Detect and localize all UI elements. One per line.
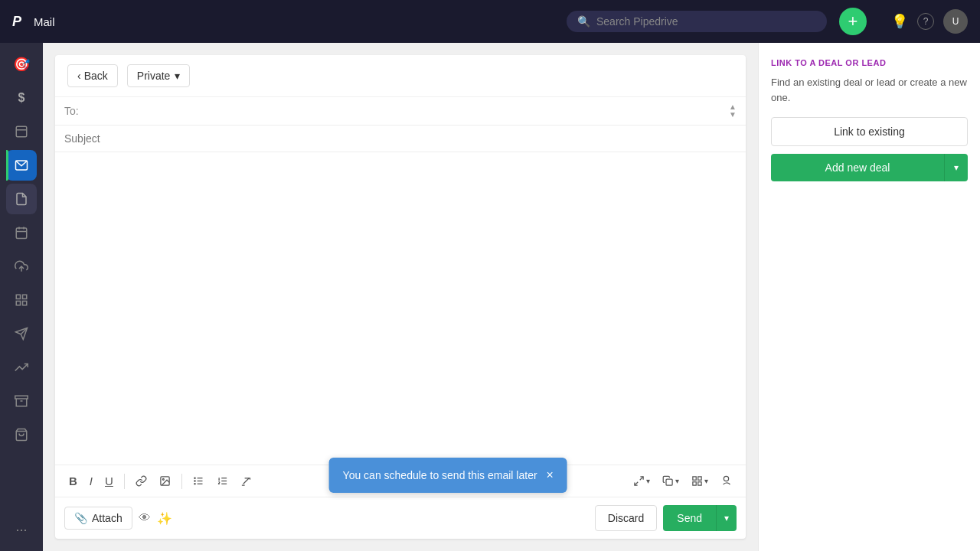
sidebar-item-calendar[interactable]: [6, 217, 37, 248]
to-arrows[interactable]: ▲ ▼: [729, 103, 737, 119]
svg-rect-3: [16, 228, 27, 239]
bold-button[interactable]: B: [64, 471, 82, 491]
image-button[interactable]: [155, 472, 175, 490]
to-input[interactable]: [87, 105, 729, 117]
sidebar: 🎯 $ ···: [0, 43, 43, 551]
lightbulb-icon[interactable]: 💡: [891, 13, 908, 30]
svg-rect-10: [23, 302, 27, 305]
clear-format-button[interactable]: [236, 472, 256, 490]
action-icons: 👁 ✨: [139, 511, 172, 526]
svg-rect-35: [693, 482, 696, 485]
link-existing-button[interactable]: Link to existing: [771, 117, 968, 146]
svg-line-31: [635, 482, 638, 485]
sidebar-item-insights[interactable]: [6, 352, 37, 383]
to-label: To:: [64, 105, 87, 117]
ordered-list-button[interactable]: [212, 472, 233, 490]
app-logo: P: [12, 14, 21, 30]
italic-button[interactable]: I: [85, 471, 97, 491]
send-dropdown-button[interactable]: ▾: [716, 505, 737, 531]
link-button[interactable]: [131, 472, 152, 490]
avatar-initials: U: [952, 16, 959, 27]
magic-icon[interactable]: ✨: [157, 511, 172, 526]
search-input[interactable]: [596, 15, 816, 28]
search-bar: 🔍: [567, 11, 827, 32]
search-icon: 🔍: [577, 15, 590, 28]
underline-button[interactable]: U: [100, 471, 118, 491]
add-deal-button[interactable]: Add new deal: [771, 154, 944, 181]
back-button[interactable]: ‹ Back: [67, 64, 118, 87]
subject-input[interactable]: [64, 132, 737, 145]
sidebar-item-archive[interactable]: [6, 386, 37, 416]
privacy-label: Private: [137, 70, 171, 82]
email-panel: ‹ Back Private ▾ To: ▲ ▼: [43, 43, 758, 551]
content-area: ‹ Back Private ▾ To: ▲ ▼: [43, 43, 980, 551]
svg-rect-14: [15, 396, 28, 399]
action-bar: 📎 Attach 👁 ✨ Discard Send ▾: [55, 497, 746, 539]
send-group: Send ▾: [663, 505, 737, 531]
action-right: Discard Send ▾: [595, 505, 737, 531]
email-body[interactable]: [55, 152, 746, 465]
back-chevron-icon: ‹: [77, 70, 81, 82]
toolbar-right: ▾ ▾ ▾: [629, 472, 737, 490]
privacy-chevron-icon: ▾: [175, 70, 180, 82]
add-button[interactable]: +: [839, 8, 867, 35]
expand-button-2[interactable]: ▾: [658, 472, 684, 490]
main-layout: 🎯 $ ···: [0, 43, 980, 551]
toolbar-separator-1: [124, 474, 125, 489]
panel-description: Find an existing deal or lead or create …: [771, 75, 968, 105]
sidebar-item-mail[interactable]: [6, 150, 37, 181]
sidebar-item-docs[interactable]: [6, 184, 37, 214]
svg-point-18: [162, 478, 164, 480]
svg-point-23: [194, 481, 195, 481]
svg-rect-11: [16, 302, 20, 305]
preview-icon[interactable]: 👁: [139, 511, 151, 525]
add-deal-dropdown-button[interactable]: ▾: [944, 154, 968, 181]
right-panel: LINK TO A DEAL OR LEAD Find an existing …: [758, 43, 980, 551]
top-nav: P Mail 🔍 + 💡 ? U: [0, 0, 980, 43]
sidebar-item-deals[interactable]: $: [6, 83, 37, 113]
sidebar-more-button[interactable]: ···: [6, 514, 37, 545]
expand-button-3[interactable]: ▾: [687, 472, 713, 490]
schedule-tooltip: You can schedule to send this email late…: [329, 458, 567, 493]
nav-icons: 💡 ? U: [891, 9, 968, 34]
back-label: Back: [84, 70, 108, 82]
add-deal-group: Add new deal ▾: [771, 154, 968, 181]
svg-line-30: [640, 477, 643, 480]
email-composer: ‹ Back Private ▾ To: ▲ ▼: [55, 55, 746, 539]
sidebar-item-send[interactable]: [6, 318, 37, 349]
tooltip-message: You can schedule to send this email late…: [343, 469, 537, 481]
svg-rect-8: [16, 295, 20, 298]
signature-button[interactable]: [716, 472, 737, 490]
attach-label: Attach: [92, 512, 122, 524]
sidebar-item-contacts[interactable]: [6, 116, 37, 147]
attach-button[interactable]: 📎 Attach: [64, 507, 132, 530]
panel-section-title: LINK TO A DEAL OR LEAD: [771, 58, 968, 67]
composer-header: ‹ Back Private ▾: [55, 55, 746, 97]
tooltip-close-button[interactable]: ×: [547, 468, 554, 482]
svg-rect-0: [16, 126, 27, 137]
send-button[interactable]: Send: [663, 505, 716, 531]
paperclip-icon: 📎: [74, 512, 87, 524]
sidebar-item-products[interactable]: [6, 419, 37, 450]
subject-field: [55, 126, 746, 152]
app-title: Mail: [34, 15, 55, 28]
discard-button[interactable]: Discard: [595, 505, 657, 531]
to-field: To: ▲ ▼: [55, 97, 746, 126]
expand-button-1[interactable]: ▾: [629, 472, 655, 490]
svg-rect-34: [698, 477, 701, 480]
privacy-button[interactable]: Private ▾: [127, 64, 191, 87]
sidebar-item-reports[interactable]: [6, 285, 37, 315]
sidebar-item-target[interactable]: 🎯: [6, 49, 37, 80]
user-avatar[interactable]: U: [943, 9, 968, 34]
sidebar-item-upload[interactable]: [6, 251, 37, 282]
svg-line-28: [243, 478, 250, 484]
svg-rect-32: [666, 479, 672, 485]
svg-rect-9: [23, 295, 27, 298]
svg-point-24: [194, 484, 195, 484]
svg-rect-36: [698, 482, 701, 485]
toolbar-separator-2: [181, 474, 182, 489]
svg-point-22: [194, 478, 195, 478]
bullet-list-button[interactable]: [188, 472, 209, 490]
svg-rect-33: [693, 477, 696, 480]
help-icon[interactable]: ?: [917, 13, 934, 30]
